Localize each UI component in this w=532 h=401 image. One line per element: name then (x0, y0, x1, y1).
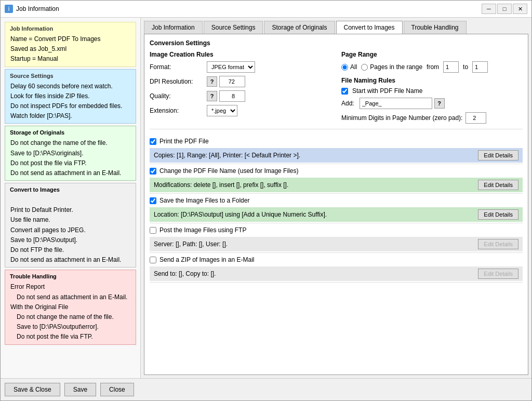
bottom-bar: Save & Close Save Close (1, 378, 531, 400)
extension-control: *.jpeg *.jpg (207, 105, 237, 116)
trouble-line: With the Original File (10, 302, 130, 312)
print-pdf-label: Print the PDF File (159, 138, 209, 145)
right-settings-group: Page Range All Pages in the range (341, 51, 523, 124)
dpi-input[interactable] (219, 76, 245, 87)
print-pdf-checkbox[interactable] (150, 138, 156, 145)
source-settings-line: Do not inspect PDFs for embedded files. (10, 101, 130, 111)
add-help-button[interactable]: ? (434, 98, 445, 109)
trouble-line: Error Report (10, 282, 130, 292)
convert-title: Convert to Images (8, 185, 132, 194)
image-creation-title: Image Creation Rules (150, 51, 331, 58)
print-pdf-detail: Copies: [1], Range: [All], Printer: [< D… (150, 148, 523, 163)
conversion-settings-title: Conversion Settings (150, 39, 523, 47)
change-pdf-row: Change the PDF File Name (used for Image… (150, 164, 523, 178)
convert-content: Print to Default Printer. Use file name.… (8, 195, 132, 265)
quality-row: Quality: ? (150, 90, 331, 102)
save-image-group: Save the Image Files to a Folder Locatio… (150, 194, 523, 223)
convert-line: Convert all pages to JPEG. (10, 225, 130, 235)
change-pdf-detail-text: Modifications: delete [], insert [], pre… (154, 181, 288, 189)
file-naming-title: File Naming Rules (341, 77, 523, 84)
email-edit-button[interactable]: Edit Details (478, 269, 518, 279)
from-label: from (427, 63, 439, 71)
start-with-pdf-label: Start with PDF File Name (352, 87, 422, 95)
main-window: i Job Information ─ □ ✕ Job Information … (0, 0, 532, 401)
email-row: Send a ZIP of Images in an E-Mail (150, 253, 523, 266)
title-bar: i Job Information ─ □ ✕ (1, 1, 531, 18)
window-icon: i (5, 5, 13, 13)
format-label: Format: (150, 63, 207, 71)
save-image-edit-button[interactable]: Edit Details (478, 209, 518, 220)
add-field-row: Add: ? (341, 98, 523, 109)
all-radio[interactable] (341, 64, 348, 71)
ftp-checkbox[interactable] (150, 227, 156, 234)
print-pdf-row: Print the PDF File (150, 135, 523, 148)
job-info-line: Saved as Job_5.xml (10, 44, 130, 54)
dpi-help-button[interactable]: ? (207, 76, 217, 87)
min-digits-row: Minimum Digits in Page Number (zero pad)… (341, 112, 523, 124)
window-title: Job Information (16, 5, 478, 12)
to-label: to (463, 63, 468, 71)
dpi-label: DPI Resolution: (150, 78, 207, 85)
change-pdf-detail: Modifications: delete [], insert [], pre… (150, 178, 523, 192)
ftp-detail-text: Server: [], Path: [], User: []. (154, 240, 228, 248)
convert-line (10, 195, 130, 205)
source-settings-content: Delay 60 seconds before next watch. Look… (8, 82, 132, 122)
start-with-pdf-checkbox[interactable] (341, 88, 348, 95)
tab-trouble-handling[interactable]: Trouble Handling (404, 21, 467, 34)
save-image-checkbox[interactable] (150, 197, 156, 204)
print-pdf-edit-button[interactable]: Edit Details (478, 150, 518, 161)
source-settings-line: Delay 60 seconds before next watch. (10, 82, 130, 91)
close-window-button[interactable]: ✕ (513, 4, 527, 14)
trouble-line: Do not send as attachment in an E-Mail. (10, 292, 130, 302)
add-input[interactable] (360, 98, 432, 109)
change-pdf-edit-button[interactable]: Edit Details (478, 180, 518, 190)
storage-line: Do not post the file via FTP. (10, 158, 130, 168)
trouble-line: Do not post the file via FTP. (10, 332, 130, 342)
pages-radio[interactable] (361, 64, 368, 71)
change-pdf-group: Change the PDF File Name (used for Image… (150, 164, 523, 194)
tab-job-information[interactable]: Job Information (144, 21, 203, 34)
email-checkbox[interactable] (150, 257, 156, 263)
maximize-button[interactable]: □ (497, 4, 512, 14)
min-digits-input[interactable] (466, 112, 486, 124)
minimize-button[interactable]: ─ (482, 4, 496, 14)
source-settings-section: Source Settings Delay 60 seconds before … (5, 69, 136, 124)
format-select[interactable]: JPEG format PNG format TIFF format (207, 61, 255, 73)
right-panel: Job Information Source Settings Storage … (141, 18, 531, 378)
extension-row: Extension: *.jpeg *.jpg (150, 105, 331, 116)
change-pdf-checkbox[interactable] (150, 168, 156, 175)
storage-line: Do not send as attachment in an E-Mail. (10, 168, 130, 178)
quality-input[interactable] (219, 90, 245, 102)
job-info-line: Name = Convert PDF To Images (10, 34, 130, 44)
close-button[interactable]: Close (100, 383, 134, 396)
storage-line: Save to [D:\PAS\originals]. (10, 149, 130, 158)
ftp-group: Post the Image Files using FTP Server: [… (150, 223, 523, 253)
format-row: Format: JPEG format PNG format TIFF form… (150, 61, 331, 73)
tab-content: Conversion Settings Image Creation Rules… (144, 34, 528, 375)
save-button[interactable]: Save (64, 383, 96, 396)
trouble-section: Trouble Handling Error Report Do not sen… (5, 270, 136, 344)
from-input[interactable] (443, 61, 459, 73)
tab-source-settings[interactable]: Source Settings (204, 21, 263, 34)
conversion-settings: Conversion Settings Image Creation Rules… (150, 39, 523, 124)
format-control: JPEG format PNG format TIFF format (207, 61, 255, 73)
tab-convert-to-images[interactable]: Convert to Images (336, 21, 403, 34)
all-label: All (350, 63, 357, 71)
main-content: Job Information Name = Convert PDF To Im… (1, 18, 531, 378)
quality-help-button[interactable]: ? (207, 91, 217, 101)
ftp-edit-button[interactable]: Edit Details (478, 239, 518, 249)
all-radio-label: All (341, 63, 357, 71)
save-image-row: Save the Image Files to a Folder (150, 194, 523, 207)
ftp-detail: Server: [], Path: [], User: []. Edit Det… (150, 237, 523, 251)
job-info-section: Job Information Name = Convert PDF To Im… (5, 22, 136, 67)
change-pdf-label: Change the PDF File Name (used for Image… (159, 167, 298, 175)
to-input[interactable] (472, 61, 488, 73)
job-info-title: Job Information (8, 24, 132, 33)
save-close-button[interactable]: Save & Close (5, 383, 60, 396)
save-image-label: Save the Image Files to a Folder (159, 197, 249, 204)
file-naming-rules: File Naming Rules Start with PDF File Na… (341, 77, 523, 124)
trouble-title: Trouble Handling (8, 272, 132, 280)
extension-select[interactable]: *.jpeg *.jpg (207, 105, 237, 116)
tab-storage-originals[interactable]: Storage of Originals (264, 21, 335, 34)
job-info-line: Startup = Manual (10, 54, 130, 64)
